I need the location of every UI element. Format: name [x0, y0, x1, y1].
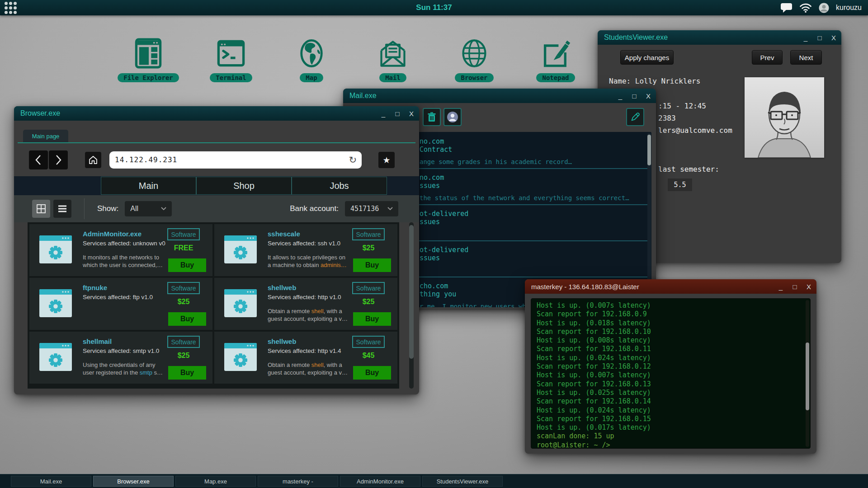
- home-button[interactable]: [85, 152, 101, 168]
- maximize-icon[interactable]: □: [631, 92, 637, 100]
- site-tab-shop[interactable]: Shop: [196, 177, 292, 195]
- close-icon[interactable]: X: [408, 110, 415, 117]
- forward-button[interactable]: [49, 150, 68, 169]
- refresh-icon[interactable]: ↻: [349, 155, 357, 165]
- close-icon[interactable]: X: [645, 92, 651, 100]
- map-globe-icon: [296, 36, 327, 70]
- chat-icon[interactable]: [780, 3, 793, 13]
- product-card: shellmail Services affected: smtp v1.0 U…: [29, 332, 212, 384]
- mail-preview: the status of the network and everything…: [420, 194, 629, 202]
- bank-account-dropdown[interactable]: 4517136: [345, 201, 398, 216]
- mail-sender: ot-delivered: [420, 210, 468, 218]
- app-window-gear-icon: [224, 343, 257, 371]
- browser-tab-row: Main page: [14, 121, 419, 143]
- site-tab-jobs[interactable]: Jobs: [292, 177, 387, 195]
- show-dropdown[interactable]: All: [125, 201, 172, 216]
- maximize-icon[interactable]: □: [394, 110, 401, 117]
- minimize-icon[interactable]: _: [802, 34, 809, 42]
- desktop-icon-browser[interactable]: Browser: [438, 36, 510, 82]
- app-window-gear-icon: [224, 289, 257, 317]
- taskbar-item-mail[interactable]: Mail.exe: [11, 476, 91, 487]
- desktop-icon-map[interactable]: Map: [275, 36, 348, 82]
- terminal-output[interactable]: Host is up. (0.007s latency) Scan report…: [531, 298, 811, 449]
- bookmark-button[interactable]: ★: [378, 152, 395, 168]
- browser-titlebar[interactable]: Browser.exe _ □ X: [14, 106, 419, 121]
- minimize-icon[interactable]: _: [380, 110, 387, 117]
- product-services: Services affected: http v1.4: [268, 347, 341, 354]
- site-tab-main[interactable]: Main: [101, 177, 196, 195]
- mail-subject: Contract: [420, 145, 452, 154]
- maximize-icon[interactable]: □: [792, 283, 798, 291]
- product-listing: AdminMonitor.exe Services affected: unkn…: [28, 222, 399, 389]
- list-view-button[interactable]: [53, 200, 71, 218]
- close-icon[interactable]: X: [806, 283, 812, 291]
- buy-button[interactable]: Buy: [353, 312, 391, 326]
- product-name: sshescale: [268, 230, 300, 238]
- grade-field[interactable]: 5.5: [668, 178, 692, 191]
- terminal-line: Scan report for 192.168.0.11: [537, 345, 810, 353]
- browser-globe-icon: [459, 36, 490, 70]
- url-input[interactable]: 14.122.49.231 ↻: [109, 151, 362, 169]
- apps-menu-icon[interactable]: [5, 2, 17, 14]
- grid-view-button[interactable]: [32, 200, 50, 218]
- wifi-icon[interactable]: [799, 3, 812, 13]
- close-icon[interactable]: X: [830, 34, 837, 42]
- student-id-fragment: 2383: [658, 114, 676, 122]
- mail-scrollbar[interactable]: [647, 135, 651, 165]
- filter-bar: Show: All Bank account: 4517136: [14, 195, 419, 222]
- taskbar-item-adminmonitor[interactable]: AdminMonitor.exe: [340, 476, 420, 487]
- back-button[interactable]: [29, 150, 48, 169]
- buy-button[interactable]: Buy: [353, 366, 391, 380]
- desktop-icon-mail[interactable]: Mail: [357, 36, 429, 82]
- desktop-icon-notepad[interactable]: Notepad: [519, 36, 592, 82]
- buy-button[interactable]: Buy: [353, 258, 391, 272]
- apply-changes-button[interactable]: Apply changes: [620, 50, 674, 65]
- buy-button[interactable]: Buy: [168, 312, 206, 326]
- delete-mail-button[interactable]: [423, 108, 441, 126]
- taskbar-item-studentsviewer[interactable]: StudentsViewer.exe: [422, 476, 503, 487]
- buy-button[interactable]: Buy: [168, 258, 206, 272]
- mail-subject: ssues: [420, 218, 440, 226]
- browser-page-tab[interactable]: Main page: [23, 130, 68, 142]
- desktop-icon-terminal[interactable]: Terminal: [195, 36, 267, 82]
- taskbar-item-map[interactable]: Map.exe: [175, 476, 256, 487]
- software-badge: Software: [167, 228, 200, 240]
- minimize-icon[interactable]: _: [617, 92, 623, 100]
- username[interactable]: kurouzu: [836, 4, 862, 12]
- mail-titlebar[interactable]: Mail.exe _ □ X: [343, 89, 656, 103]
- maximize-icon[interactable]: □: [816, 34, 823, 42]
- minimize-icon[interactable]: _: [778, 283, 784, 291]
- next-button[interactable]: Next: [790, 50, 822, 65]
- product-services: Services affected: http v1.0: [268, 294, 341, 300]
- mail-subject: ssues: [420, 182, 440, 190]
- product-card: shellweb Services affected: http v1.0 Ob…: [214, 278, 397, 330]
- terminal-line: Host is up. (0.007s latency): [537, 301, 810, 310]
- top-bar: Sun 11:37 kurouzu: [0, 0, 868, 15]
- student-photo: [745, 77, 824, 158]
- product-services: Services affected: ssh v1.0: [268, 240, 340, 247]
- user-avatar-icon[interactable]: [819, 3, 829, 13]
- listing-scrollbar[interactable]: [409, 225, 414, 359]
- desktop-icon-label: Terminal: [210, 73, 252, 82]
- divider: [84, 198, 85, 219]
- desktop-icon-label: Map: [300, 73, 323, 82]
- terminal-line: scanLan done: 15 up: [537, 432, 810, 441]
- product-price: $25: [352, 244, 385, 252]
- students-viewer-titlebar[interactable]: StudentsViewer.exe _ □ X: [598, 30, 841, 45]
- terminal-line: Scan report for 192.168.0.15: [537, 415, 810, 423]
- home-icon: [88, 155, 98, 165]
- product-name: shellmail: [83, 338, 112, 345]
- file-explorer-icon: [133, 36, 164, 70]
- star-icon: ★: [382, 155, 390, 165]
- desktop-icon-file-explorer[interactable]: File Explorer: [112, 36, 184, 82]
- masterkey-titlebar[interactable]: masterkey - 136.64.180.83@Laister _ □ X: [525, 279, 816, 294]
- prev-button[interactable]: Prev: [752, 50, 783, 65]
- product-services: Services affected: unknown v0: [83, 240, 165, 247]
- taskbar-item-masterkey[interactable]: masterkey -: [258, 476, 338, 487]
- contacts-button[interactable]: [443, 108, 462, 126]
- taskbar-item-browser[interactable]: Browser.exe: [93, 476, 174, 487]
- buy-button[interactable]: Buy: [168, 366, 206, 380]
- terminal-scrollbar[interactable]: [806, 343, 809, 410]
- compose-mail-button[interactable]: [626, 108, 644, 126]
- chevron-down-icon: [387, 207, 393, 211]
